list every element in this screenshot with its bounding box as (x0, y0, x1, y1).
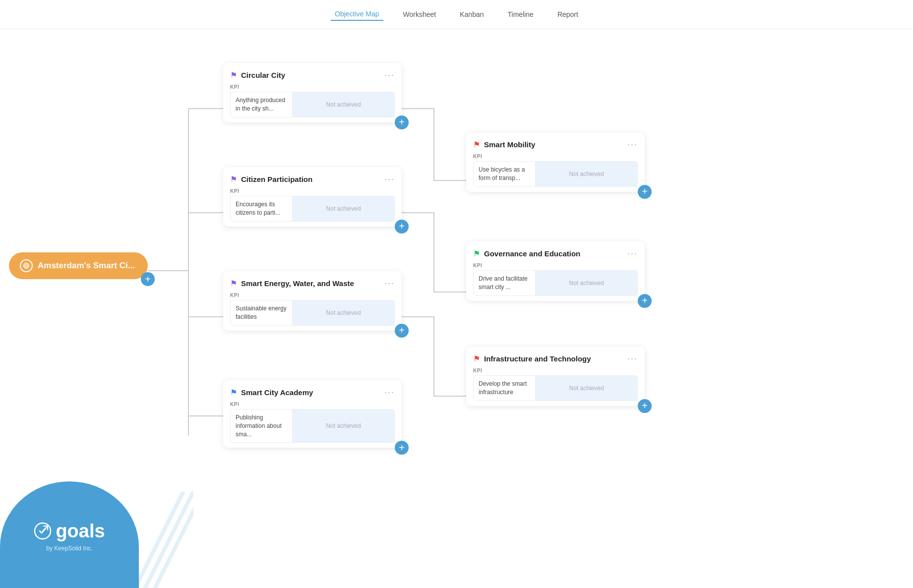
kpi-description: Use bicycles as a form of transp... (473, 161, 536, 187)
decorative-lines (134, 491, 193, 588)
kpi-label: KPI (230, 84, 395, 90)
kpi-row: Develop the smart infrastructure Not ach… (473, 375, 638, 401)
kpi-section: KPI Sustainable energy facilities Not ac… (230, 293, 395, 326)
card-title-row: ⚑ Infrastructure and Technology (473, 354, 591, 363)
card-header: ⚑ Smart Energy, Water, and Waste ··· (230, 278, 395, 289)
svg-line-9 (144, 491, 193, 588)
root-add-button[interactable]: + (141, 272, 155, 286)
card-smart-mobility: ⚑ Smart Mobility ··· + KPI Use bicycles … (466, 132, 645, 192)
card-add-button[interactable]: + (395, 116, 409, 129)
card-citizen-participation: ⚑ Citizen Participation ··· + KPI Encour… (223, 167, 402, 227)
tab-kanban[interactable]: Kanban (456, 8, 487, 20)
objective-map-canvas: Amsterdam's Smart Ci... + ⚑ Circular Cit… (0, 29, 913, 588)
kpi-label: KPI (473, 263, 638, 268)
card-title-row: ⚑ Smart Energy, Water, and Waste (230, 279, 354, 288)
card-title: Governance and Education (484, 249, 580, 258)
brand-logo: goals by KeepSolid Inc. (0, 481, 139, 588)
kpi-row: Sustainable energy facilities Not achiev… (230, 300, 395, 326)
card-header: ⚑ Circular City ··· (230, 70, 395, 80)
kpi-description: Encourages its citizens to parti... (230, 196, 293, 222)
flag-red-icon: ⚑ (473, 140, 480, 149)
card-menu-button[interactable]: ··· (627, 353, 638, 364)
kpi-description: Publishing information about sma... (230, 409, 293, 443)
svg-point-1 (25, 265, 28, 267)
card-menu-button[interactable]: ··· (384, 387, 395, 398)
kpi-section: KPI Anything produced in the city sh... … (230, 84, 395, 118)
card-add-button[interactable]: + (395, 220, 409, 234)
root-label: Amsterdam's Smart Ci... (38, 261, 135, 271)
card-header: ⚑ Smart City Academy ··· (230, 387, 395, 398)
kpi-label: KPI (230, 402, 395, 407)
card-header: ⚑ Smart Mobility ··· (473, 139, 638, 150)
kpi-description: Anything produced in the city sh... (230, 92, 293, 118)
kpi-status: Not achieved (536, 375, 638, 401)
card-title: Citizen Participation (241, 175, 312, 183)
kpi-row: Anything produced in the city sh... Not … (230, 92, 395, 118)
kpi-section: KPI Develop the smart infrastructure Not… (473, 368, 638, 401)
kpi-row: Publishing information about sma... Not … (230, 409, 395, 443)
card-add-button[interactable]: + (395, 324, 409, 338)
card-add-button[interactable]: + (395, 441, 409, 455)
card-menu-button[interactable]: ··· (384, 70, 395, 80)
tab-objective-map[interactable]: Objective Map (331, 8, 383, 21)
kpi-status: Not achieved (293, 196, 395, 222)
flag-purple-icon: ⚑ (230, 279, 237, 288)
card-header: ⚑ Governance and Education ··· (473, 248, 638, 259)
kpi-description: Develop the smart infrastructure (473, 375, 536, 401)
logo-subtitle: by KeepSolid Inc. (46, 545, 92, 552)
top-navigation: Objective Map Worksheet Kanban Timeline … (0, 0, 913, 29)
card-add-button[interactable]: + (638, 294, 652, 308)
svg-line-8 (134, 491, 183, 588)
goals-logo-icon (34, 522, 52, 540)
tab-report[interactable]: Report (553, 8, 582, 20)
kpi-label: KPI (473, 154, 638, 159)
kpi-description: Drive and facilitate smart city ... (473, 270, 536, 296)
flag-red-icon: ⚑ (473, 354, 480, 363)
logo-text: goals (34, 521, 105, 542)
card-add-button[interactable]: + (638, 185, 652, 199)
tab-timeline[interactable]: Timeline (504, 8, 538, 20)
root-node[interactable]: Amsterdam's Smart Ci... + (9, 252, 148, 279)
card-title: Smart City Academy (241, 388, 313, 397)
card-header: ⚑ Citizen Participation ··· (230, 174, 395, 184)
kpi-row: Use bicycles as a form of transp... Not … (473, 161, 638, 187)
kpi-status: Not achieved (293, 300, 395, 326)
kpi-section: KPI Drive and facilitate smart city ... … (473, 263, 638, 296)
kpi-section: KPI Encourages its citizens to parti... … (230, 188, 395, 222)
card-title: Infrastructure and Technology (484, 354, 591, 363)
card-add-button[interactable]: + (638, 399, 652, 413)
kpi-label: KPI (230, 188, 395, 194)
kpi-section: KPI Use bicycles as a form of transp... … (473, 154, 638, 187)
card-title: Smart Energy, Water, and Waste (241, 279, 354, 288)
card-governance-education: ⚑ Governance and Education ··· + KPI Dri… (466, 241, 645, 301)
kpi-description: Sustainable energy facilities (230, 300, 293, 326)
card-menu-button[interactable]: ··· (384, 174, 395, 184)
tab-worksheet[interactable]: Worksheet (399, 8, 440, 20)
kpi-label: KPI (473, 368, 638, 373)
kpi-status: Not achieved (293, 409, 395, 443)
card-title: Smart Mobility (484, 140, 535, 149)
flag-purple-icon: ⚑ (230, 70, 237, 80)
kpi-row: Drive and facilitate smart city ... Not … (473, 270, 638, 296)
card-title-row: ⚑ Circular City (230, 70, 285, 80)
flag-green-icon: ⚑ (473, 249, 480, 258)
card-menu-button[interactable]: ··· (384, 278, 395, 289)
card-smart-energy: ⚑ Smart Energy, Water, and Waste ··· + K… (223, 271, 402, 331)
card-header: ⚑ Infrastructure and Technology ··· (473, 353, 638, 364)
card-title-row: ⚑ Governance and Education (473, 249, 580, 258)
kpi-row: Encourages its citizens to parti... Not … (230, 196, 395, 222)
card-smart-city-academy: ⚑ Smart City Academy ··· + KPI Publishin… (223, 380, 402, 448)
card-menu-button[interactable]: ··· (627, 139, 638, 150)
card-title-row: ⚑ Smart City Academy (230, 388, 313, 397)
kpi-label: KPI (230, 293, 395, 298)
card-menu-button[interactable]: ··· (627, 248, 638, 259)
kpi-section: KPI Publishing information about sma... … (230, 402, 395, 443)
kpi-status: Not achieved (536, 270, 638, 296)
card-infrastructure-technology: ⚑ Infrastructure and Technology ··· + KP… (466, 347, 645, 406)
target-icon (20, 259, 33, 272)
card-title-row: ⚑ Citizen Participation (230, 175, 312, 184)
card-title: Circular City (241, 71, 285, 79)
flag-blue-icon: ⚑ (230, 388, 237, 397)
flag-purple-icon: ⚑ (230, 175, 237, 184)
card-title-row: ⚑ Smart Mobility (473, 140, 535, 149)
